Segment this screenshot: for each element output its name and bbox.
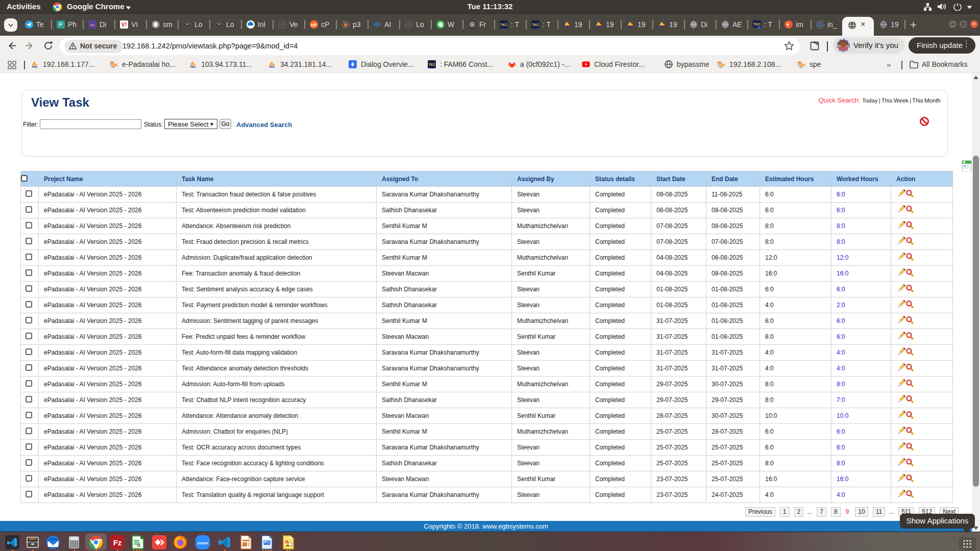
svg-text:cP: cP: [311, 22, 316, 28]
svg-text:🐎: 🐎: [110, 60, 118, 68]
svg-text:PMA: PMA: [564, 26, 570, 29]
svg-text:PMA: PMA: [269, 65, 275, 68]
svg-text:PMA: PMA: [190, 65, 196, 68]
svg-text:G: G: [818, 21, 823, 28]
svg-text:V!: V!: [121, 21, 127, 28]
svg-text:PMA: PMA: [659, 26, 665, 29]
svg-text:TKC: TKC: [500, 23, 507, 27]
svg-text:Fz: Fz: [113, 538, 122, 547]
svg-text:TKC: TKC: [753, 22, 761, 26]
svg-text:PMA: PMA: [596, 26, 602, 29]
svg-text:TKC: TKC: [532, 23, 539, 27]
svg-text:P: P: [59, 21, 62, 28]
svg-text:PMA: PMA: [32, 65, 38, 68]
svg-text:zoom: zoom: [198, 541, 208, 545]
svg-text:🐎: 🐎: [717, 60, 725, 68]
svg-text:dst: dst: [90, 23, 94, 27]
svg-text:PMA: PMA: [627, 26, 633, 29]
svg-text:🐎: 🐎: [797, 60, 805, 68]
svg-text:TKC: TKC: [428, 63, 435, 66]
